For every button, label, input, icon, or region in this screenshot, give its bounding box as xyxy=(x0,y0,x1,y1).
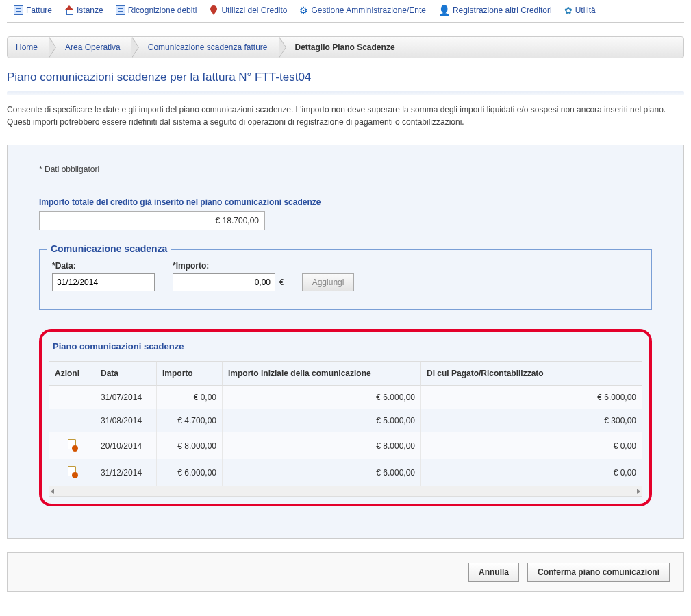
menu-label: Utilità xyxy=(575,5,596,15)
table-row: 20/10/2014€ 8.000,00€ 8.000,00€ 0,00 xyxy=(49,432,642,459)
cell-data: 31/12/2014 xyxy=(95,459,157,486)
menu-label: Gestione Amministrazione/Ente xyxy=(311,5,425,15)
cell-importo: € 6.000,00 xyxy=(157,459,223,486)
delete-icon[interactable] xyxy=(67,439,77,450)
total-label: Importo totale del credito già inserito … xyxy=(39,197,652,207)
scadenze-table: Azioni Data Importo Importo iniziale del… xyxy=(49,361,642,486)
house-icon xyxy=(64,5,74,15)
table-row: 31/08/2014€ 4.700,00€ 5.000,00€ 300,00 xyxy=(49,409,642,432)
gear-icon: ⚙ xyxy=(299,5,308,15)
document-icon xyxy=(116,5,125,15)
ribbon-icon xyxy=(209,5,218,15)
cell-importo: € 0,00 xyxy=(157,386,223,409)
cell-pagato: € 0,00 xyxy=(421,459,642,486)
importo-label: *Importo: xyxy=(173,261,284,271)
menu-label: Fatture xyxy=(26,5,52,15)
fieldset-row: *Data: *Importo: € Aggiungi xyxy=(52,261,639,291)
th-init: Importo iniziale della comunicazione xyxy=(223,361,421,386)
horizontal-scrollbar[interactable] xyxy=(49,486,642,497)
document-icon xyxy=(14,5,23,15)
table-row: 31/12/2014€ 6.000,00€ 6.000,00€ 0,00 xyxy=(49,459,642,486)
scroll-left-icon[interactable] xyxy=(51,489,54,494)
page-title: Piano comunicazioni scadenze per la fatt… xyxy=(7,71,684,84)
cell-importo-iniziale: € 6.000,00 xyxy=(223,459,421,486)
cell-azioni xyxy=(49,409,95,432)
cell-azioni xyxy=(49,386,95,409)
menu-ricognizione[interactable]: Ricognizione debiti xyxy=(116,5,197,15)
cell-data: 31/07/2014 xyxy=(95,386,157,409)
fieldset-legend: Comunicazione scadenza xyxy=(47,243,171,254)
breadcrumb-comm[interactable]: Comunicazione scadenza fatture xyxy=(133,37,280,58)
menu-label: Istanze xyxy=(77,5,103,15)
mandatory-label: * Dati obbligatori xyxy=(39,164,652,174)
table-row: 31/07/2014€ 0,00€ 6.000,00€ 6.000,00 xyxy=(49,386,642,409)
euro-symbol: € xyxy=(279,278,284,287)
util-icon: ✿ xyxy=(564,5,573,15)
cell-azioni xyxy=(49,432,95,459)
data-label: *Data: xyxy=(52,261,155,271)
cell-azioni xyxy=(49,459,95,486)
comunicazione-scadenza-fieldset: Comunicazione scadenza *Data: *Importo: … xyxy=(39,249,652,310)
cell-importo-iniziale: € 5.000,00 xyxy=(223,409,421,432)
cell-importo: € 4.700,00 xyxy=(157,409,223,432)
breadcrumb-detail: Dettaglio Piano Scadenze xyxy=(280,37,407,58)
table-title: Piano comunicazioni scadenze xyxy=(53,341,642,352)
breadcrumb: Home Area Operativa Comunicazione scaden… xyxy=(7,36,684,58)
scroll-right-icon[interactable] xyxy=(637,489,640,494)
cell-pagato: € 6.000,00 xyxy=(421,386,642,409)
main-card: * Dati obbligatori Importo totale del cr… xyxy=(7,145,684,539)
menu-registrazione[interactable]: 👤 Registrazione altri Creditori xyxy=(438,5,552,15)
menu-label: Utilizzi del Credito xyxy=(221,5,287,15)
th-pagato: Di cui Pagato/Ricontabilizzato xyxy=(421,361,642,386)
person-icon: 👤 xyxy=(438,5,450,15)
annulla-button[interactable]: Annulla xyxy=(468,563,519,582)
cell-importo-iniziale: € 6.000,00 xyxy=(223,386,421,409)
conferma-button[interactable]: Conferma piano comunicazioni xyxy=(527,563,670,582)
menu-label: Ricognizione debiti xyxy=(128,5,197,15)
breadcrumb-area[interactable]: Area Operativa xyxy=(50,37,133,58)
delete-icon[interactable] xyxy=(67,466,77,477)
importo-input[interactable] xyxy=(173,273,275,291)
th-data: Data xyxy=(95,361,157,386)
cell-data: 20/10/2014 xyxy=(95,432,157,459)
title-separator xyxy=(7,91,684,95)
menu-utilizzi[interactable]: Utilizzi del Credito xyxy=(209,5,287,15)
menu-istanze[interactable]: Istanze xyxy=(64,5,103,15)
cell-importo: € 8.000,00 xyxy=(157,432,223,459)
data-input[interactable] xyxy=(52,273,155,291)
cell-importo-iniziale: € 8.000,00 xyxy=(223,432,421,459)
th-importo: Importo xyxy=(157,361,223,386)
breadcrumb-home[interactable]: Home xyxy=(8,37,50,58)
footer-bar: Annulla Conferma piano comunicazioni xyxy=(7,552,684,592)
cell-pagato: € 300,00 xyxy=(421,409,642,432)
top-menu: Fatture Istanze Ricognizione debiti Util… xyxy=(7,0,684,23)
th-azioni: Azioni xyxy=(49,361,95,386)
aggiungi-button[interactable]: Aggiungi xyxy=(302,273,355,291)
menu-utilita[interactable]: ✿ Utilità xyxy=(564,5,596,15)
menu-gestione[interactable]: ⚙ Gestione Amministrazione/Ente xyxy=(299,5,425,15)
cell-data: 31/08/2014 xyxy=(95,409,157,432)
menu-fatture[interactable]: Fatture xyxy=(14,5,52,15)
menu-label: Registrazione altri Creditori xyxy=(453,5,552,15)
total-input xyxy=(39,211,265,230)
piano-scadenze-highlight: Piano comunicazioni scadenze Azioni Data… xyxy=(39,329,652,506)
page-description: Consente di specificare le date e gli im… xyxy=(7,103,684,128)
total-field: Importo totale del credito già inserito … xyxy=(39,197,652,230)
cell-pagato: € 0,00 xyxy=(421,432,642,459)
